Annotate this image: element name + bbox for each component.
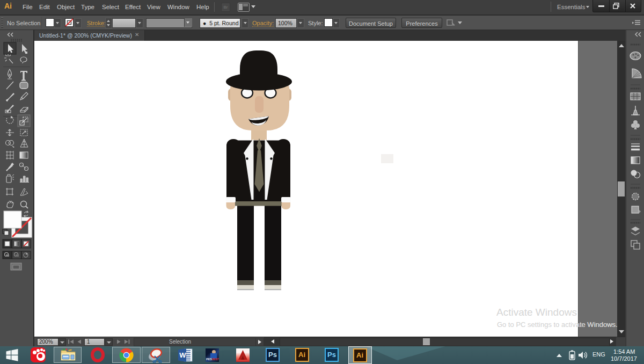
svg-text:W: W [179,351,186,359]
